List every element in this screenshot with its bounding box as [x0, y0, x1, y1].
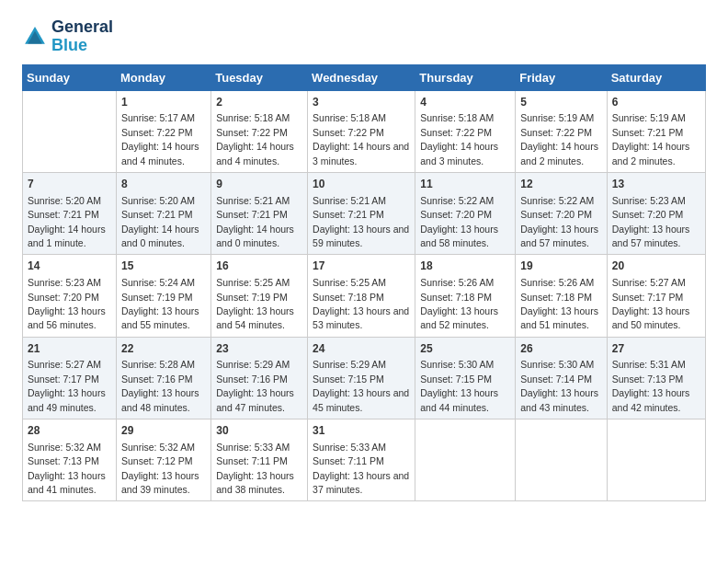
day-info: Sunrise: 5:29 AMSunset: 7:16 PMDaylight:…	[216, 359, 294, 412]
day-info: Sunrise: 5:17 AMSunset: 7:22 PMDaylight:…	[121, 112, 199, 166]
day-info: Sunrise: 5:23 AMSunset: 7:20 PMDaylight:…	[28, 277, 106, 330]
calendar-week-row: 21 Sunrise: 5:27 AMSunset: 7:17 PMDaylig…	[23, 337, 706, 419]
calendar-cell: 14 Sunrise: 5:23 AMSunset: 7:20 PMDaylig…	[23, 255, 117, 337]
calendar-cell: 27 Sunrise: 5:31 AMSunset: 7:13 PMDaylig…	[607, 337, 705, 419]
calendar-table: SundayMondayTuesdayWednesdayThursdayFrid…	[22, 64, 706, 502]
day-number: 27	[612, 341, 700, 357]
day-number: 19	[520, 259, 601, 274]
day-number: 18	[420, 259, 510, 274]
day-info: Sunrise: 5:26 AMSunset: 7:18 PMDaylight:…	[520, 277, 598, 330]
day-number: 7	[28, 177, 111, 192]
day-header-tuesday: Tuesday	[211, 64, 308, 90]
calendar-cell: 29 Sunrise: 5:32 AMSunset: 7:12 PMDaylig…	[116, 419, 210, 501]
calendar-cell: 15 Sunrise: 5:24 AMSunset: 7:19 PMDaylig…	[116, 255, 210, 337]
day-info: Sunrise: 5:21 AMSunset: 7:21 PMDaylight:…	[313, 195, 409, 248]
calendar-cell: 19 Sunrise: 5:26 AMSunset: 7:18 PMDaylig…	[516, 255, 607, 337]
day-number: 23	[216, 341, 302, 357]
calendar-cell: 7 Sunrise: 5:20 AMSunset: 7:21 PMDayligh…	[23, 172, 117, 254]
day-number: 6	[612, 95, 700, 110]
calendar-cell	[516, 419, 607, 501]
day-header-monday: Monday	[116, 64, 210, 90]
calendar-cell	[23, 90, 117, 172]
day-number: 12	[520, 177, 601, 192]
day-number: 24	[313, 341, 410, 357]
day-info: Sunrise: 5:18 AMSunset: 7:22 PMDaylight:…	[216, 112, 294, 166]
logo-text: GeneralBlue	[51, 18, 113, 55]
day-number: 2	[216, 95, 302, 110]
day-header-wednesday: Wednesday	[308, 64, 415, 90]
day-info: Sunrise: 5:18 AMSunset: 7:22 PMDaylight:…	[420, 112, 498, 166]
day-info: Sunrise: 5:26 AMSunset: 7:18 PMDaylight:…	[420, 277, 498, 330]
calendar-cell: 9 Sunrise: 5:21 AMSunset: 7:21 PMDayligh…	[211, 172, 308, 254]
calendar-cell: 10 Sunrise: 5:21 AMSunset: 7:21 PMDaylig…	[308, 172, 415, 254]
day-number: 25	[420, 341, 510, 357]
day-info: Sunrise: 5:32 AMSunset: 7:12 PMDaylight:…	[121, 442, 199, 495]
day-number: 31	[313, 423, 410, 439]
day-number: 16	[216, 259, 302, 274]
calendar-cell: 6 Sunrise: 5:19 AMSunset: 7:21 PMDayligh…	[607, 90, 705, 172]
day-number: 20	[612, 259, 700, 274]
day-info: Sunrise: 5:24 AMSunset: 7:19 PMDaylight:…	[121, 277, 199, 330]
day-number: 14	[28, 259, 111, 274]
calendar-week-row: 14 Sunrise: 5:23 AMSunset: 7:20 PMDaylig…	[23, 255, 706, 337]
day-header-friday: Friday	[516, 64, 607, 90]
calendar-cell: 1 Sunrise: 5:17 AMSunset: 7:22 PMDayligh…	[116, 90, 210, 172]
calendar-cell: 8 Sunrise: 5:20 AMSunset: 7:21 PMDayligh…	[116, 172, 210, 254]
calendar-cell: 25 Sunrise: 5:30 AMSunset: 7:15 PMDaylig…	[415, 337, 516, 419]
page-header: GeneralBlue	[22, 18, 706, 55]
day-info: Sunrise: 5:30 AMSunset: 7:15 PMDaylight:…	[420, 359, 498, 412]
calendar-cell: 4 Sunrise: 5:18 AMSunset: 7:22 PMDayligh…	[415, 90, 516, 172]
day-number: 26	[520, 341, 601, 357]
day-number: 11	[420, 177, 510, 192]
calendar-cell: 23 Sunrise: 5:29 AMSunset: 7:16 PMDaylig…	[211, 337, 308, 419]
calendar-body: 1 Sunrise: 5:17 AMSunset: 7:22 PMDayligh…	[23, 90, 706, 501]
day-info: Sunrise: 5:29 AMSunset: 7:15 PMDaylight:…	[313, 359, 409, 412]
day-info: Sunrise: 5:31 AMSunset: 7:13 PMDaylight:…	[612, 359, 690, 412]
day-number: 30	[216, 423, 302, 439]
calendar-cell: 5 Sunrise: 5:19 AMSunset: 7:22 PMDayligh…	[516, 90, 607, 172]
day-number: 13	[612, 177, 700, 192]
calendar-week-row: 7 Sunrise: 5:20 AMSunset: 7:21 PMDayligh…	[23, 172, 706, 254]
day-number: 22	[121, 341, 206, 357]
calendar-cell: 12 Sunrise: 5:22 AMSunset: 7:20 PMDaylig…	[516, 172, 607, 254]
calendar-cell: 20 Sunrise: 5:27 AMSunset: 7:17 PMDaylig…	[607, 255, 705, 337]
day-info: Sunrise: 5:28 AMSunset: 7:16 PMDaylight:…	[121, 359, 199, 412]
day-info: Sunrise: 5:19 AMSunset: 7:22 PMDaylight:…	[520, 112, 598, 166]
calendar-cell: 21 Sunrise: 5:27 AMSunset: 7:17 PMDaylig…	[23, 337, 117, 419]
day-info: Sunrise: 5:20 AMSunset: 7:21 PMDaylight:…	[28, 195, 106, 248]
day-info: Sunrise: 5:27 AMSunset: 7:17 PMDaylight:…	[28, 359, 106, 412]
day-number: 1	[121, 95, 206, 110]
day-number: 15	[121, 259, 206, 274]
day-info: Sunrise: 5:23 AMSunset: 7:20 PMDaylight:…	[612, 195, 690, 248]
calendar-cell: 18 Sunrise: 5:26 AMSunset: 7:18 PMDaylig…	[415, 255, 516, 337]
day-header-saturday: Saturday	[607, 64, 705, 90]
calendar-cell: 17 Sunrise: 5:25 AMSunset: 7:18 PMDaylig…	[308, 255, 415, 337]
day-info: Sunrise: 5:18 AMSunset: 7:22 PMDaylight:…	[313, 112, 409, 166]
logo-icon	[22, 24, 48, 50]
calendar-header-row: SundayMondayTuesdayWednesdayThursdayFrid…	[23, 64, 706, 90]
calendar-week-row: 1 Sunrise: 5:17 AMSunset: 7:22 PMDayligh…	[23, 90, 706, 172]
calendar-cell: 22 Sunrise: 5:28 AMSunset: 7:16 PMDaylig…	[116, 337, 210, 419]
day-number: 21	[28, 341, 111, 357]
day-number: 28	[28, 423, 111, 439]
day-info: Sunrise: 5:21 AMSunset: 7:21 PMDaylight:…	[216, 195, 294, 248]
day-number: 17	[313, 259, 410, 274]
day-number: 4	[420, 95, 510, 110]
day-number: 3	[313, 95, 410, 110]
calendar-cell: 3 Sunrise: 5:18 AMSunset: 7:22 PMDayligh…	[308, 90, 415, 172]
day-info: Sunrise: 5:25 AMSunset: 7:18 PMDaylight:…	[313, 277, 409, 330]
calendar-cell: 13 Sunrise: 5:23 AMSunset: 7:20 PMDaylig…	[607, 172, 705, 254]
day-number: 29	[121, 423, 206, 439]
day-info: Sunrise: 5:33 AMSunset: 7:11 PMDaylight:…	[216, 442, 294, 495]
day-info: Sunrise: 5:25 AMSunset: 7:19 PMDaylight:…	[216, 277, 294, 330]
calendar-cell: 11 Sunrise: 5:22 AMSunset: 7:20 PMDaylig…	[415, 172, 516, 254]
day-number: 10	[313, 177, 410, 192]
day-info: Sunrise: 5:32 AMSunset: 7:13 PMDaylight:…	[28, 442, 106, 495]
calendar-cell: 26 Sunrise: 5:30 AMSunset: 7:14 PMDaylig…	[516, 337, 607, 419]
day-info: Sunrise: 5:33 AMSunset: 7:11 PMDaylight:…	[313, 442, 409, 495]
calendar-cell: 24 Sunrise: 5:29 AMSunset: 7:15 PMDaylig…	[308, 337, 415, 419]
calendar-week-row: 28 Sunrise: 5:32 AMSunset: 7:13 PMDaylig…	[23, 419, 706, 501]
day-info: Sunrise: 5:20 AMSunset: 7:21 PMDaylight:…	[121, 195, 199, 248]
day-number: 8	[121, 177, 206, 192]
calendar-cell: 31 Sunrise: 5:33 AMSunset: 7:11 PMDaylig…	[308, 419, 415, 501]
